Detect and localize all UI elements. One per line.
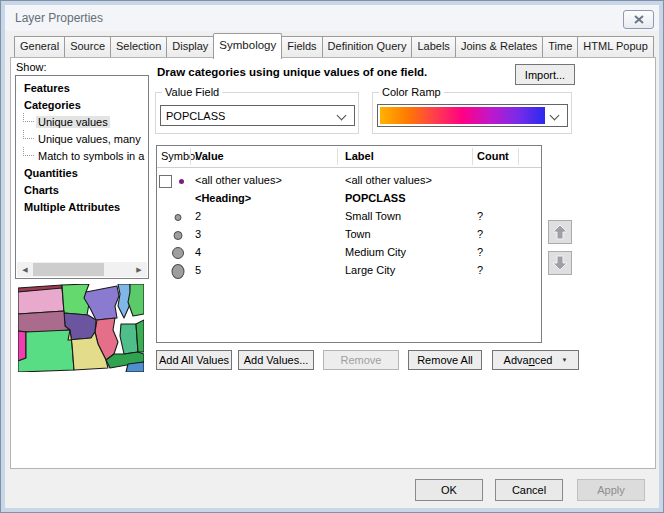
count-cell: ? — [477, 246, 483, 258]
advanced-label: Adva — [504, 354, 529, 366]
close-icon — [634, 15, 644, 24]
color-ramp-dropdown[interactable] — [377, 104, 568, 127]
color-ramp-label: Color Ramp — [379, 86, 444, 98]
show-item-features[interactable]: Features — [16, 79, 148, 96]
layer-preview-map — [18, 284, 144, 372]
chevron-down-icon — [550, 111, 560, 121]
tab-selection[interactable]: Selection — [110, 36, 167, 57]
table-row-5[interactable]: 5 Large City ? — [157, 262, 541, 280]
symbol-dot[interactable] — [179, 179, 184, 184]
show-item-unique-values-many[interactable]: Unique values, many — [16, 130, 148, 147]
import-button[interactable]: Import... — [515, 64, 575, 85]
tab-joins-relates[interactable]: Joins & Relates — [455, 36, 543, 57]
tree-branch-icon — [23, 147, 34, 156]
move-down-button[interactable] — [548, 251, 572, 275]
tab-html-popup[interactable]: HTML Popup — [577, 36, 653, 57]
cancel-button[interactable]: Cancel — [495, 479, 563, 501]
advanced-button[interactable]: Advanced ▼ — [492, 350, 579, 370]
titlebar: Layer Properties — [5, 5, 659, 31]
value-cell: 2 — [195, 210, 201, 222]
panel-description: Draw categories using unique values of o… — [157, 66, 427, 78]
show-item-quantities[interactable]: Quantities — [16, 164, 148, 181]
value-field-group: Value Field POPCLASS — [155, 92, 359, 134]
label-cell: Medium City — [345, 246, 406, 258]
column-header-symbol: Symbol — [161, 150, 198, 162]
ok-button[interactable]: OK — [415, 479, 483, 501]
arrow-up-icon — [552, 224, 568, 240]
tree-branch-icon — [23, 113, 34, 122]
label-cell: <all other values> — [345, 174, 432, 186]
add-all-values-button[interactable]: Add All Values — [156, 350, 232, 370]
value-cell: <all other values> — [195, 174, 282, 186]
scroll-left-icon[interactable]: ◀ — [17, 262, 33, 277]
add-values-button[interactable]: Add Values... — [238, 350, 314, 370]
scrollbar-track — [33, 262, 131, 277]
arrow-down-icon — [552, 255, 568, 271]
show-item-charts[interactable]: Charts — [16, 181, 148, 198]
tree-horizontal-scrollbar: ◀ ▶ — [17, 262, 147, 277]
value-cell: 4 — [195, 246, 201, 258]
value-cell: 3 — [195, 228, 201, 240]
remove-button: Remove — [323, 350, 399, 370]
symbol-dot[interactable] — [172, 264, 185, 279]
column-divider — [190, 148, 191, 165]
show-label: Show: — [16, 61, 47, 73]
column-divider — [518, 148, 519, 165]
tab-source[interactable]: Source — [64, 36, 111, 57]
show-item-unique-values[interactable]: Unique values — [16, 113, 148, 130]
show-item-match-symbols[interactable]: Match to symbols in a — [16, 147, 148, 164]
scrollbar-thumb[interactable] — [33, 263, 104, 276]
all-other-values-checkbox[interactable] — [159, 175, 172, 188]
tab-fields[interactable]: Fields — [281, 36, 322, 57]
table-row-3[interactable]: 3 Town ? — [157, 226, 541, 244]
table-row-heading[interactable]: <Heading> POPCLASS — [157, 190, 541, 208]
layer-properties-dialog: Layer Properties General Source Selectio… — [0, 0, 664, 513]
value-cell: <Heading> — [195, 192, 251, 204]
show-item-multiple-attributes[interactable]: Multiple Attributes — [16, 198, 148, 215]
label-cell: Small Town — [345, 210, 401, 222]
color-ramp-swatch — [380, 107, 545, 124]
column-divider — [337, 148, 338, 165]
window-title: Layer Properties — [15, 11, 103, 25]
dropdown-arrow-icon: ▼ — [562, 357, 568, 363]
tab-display[interactable]: Display — [166, 36, 214, 57]
tab-strip: General Source Selection Display Symbolo… — [14, 34, 653, 57]
tab-time[interactable]: Time — [542, 36, 578, 57]
show-item-categories[interactable]: Categories — [16, 96, 148, 113]
tab-general[interactable]: General — [14, 36, 65, 57]
label-cell: Large City — [345, 264, 395, 276]
column-header-count: Count — [477, 150, 509, 162]
count-cell: ? — [477, 228, 483, 240]
show-tree: Features Categories Unique values Unique… — [15, 75, 149, 279]
table-row-all-other-values[interactable]: <all other values> <all other values> — [157, 172, 541, 190]
count-cell: ? — [477, 210, 483, 222]
remove-all-button[interactable]: Remove All — [408, 350, 482, 370]
tab-symbology[interactable]: Symbology — [213, 33, 282, 59]
symbol-dot[interactable] — [174, 231, 183, 240]
value-field-dropdown[interactable]: POPCLASS — [160, 105, 355, 126]
header-divider — [157, 167, 541, 168]
move-up-button[interactable] — [548, 220, 572, 244]
scroll-right-icon[interactable]: ▶ — [131, 262, 147, 277]
table-row-2[interactable]: 2 Small Town ? — [157, 208, 541, 226]
symbol-dot[interactable] — [175, 214, 182, 221]
tree-branch-icon — [23, 130, 34, 139]
value-cell: 5 — [195, 264, 201, 276]
close-button[interactable] — [623, 10, 654, 29]
column-header-label: Label — [345, 150, 374, 162]
label-cell: Town — [345, 228, 371, 240]
count-cell: ? — [477, 264, 483, 276]
label-cell: POPCLASS — [345, 192, 406, 204]
symbol-dot[interactable] — [172, 247, 184, 259]
color-ramp-group: Color Ramp — [372, 92, 572, 134]
tab-definition-query[interactable]: Definition Query — [322, 36, 413, 57]
apply-button: Apply — [577, 479, 645, 501]
column-header-value: Value — [195, 150, 224, 162]
chevron-down-icon — [337, 111, 347, 121]
value-field-label: Value Field — [162, 86, 222, 98]
table-row-4[interactable]: 4 Medium City ? — [157, 244, 541, 262]
unique-values-table: Symbol Value Label Count <all other valu… — [156, 145, 542, 343]
value-field-selected: POPCLASS — [161, 110, 225, 122]
tab-labels[interactable]: Labels — [411, 36, 455, 57]
column-divider — [472, 148, 473, 165]
